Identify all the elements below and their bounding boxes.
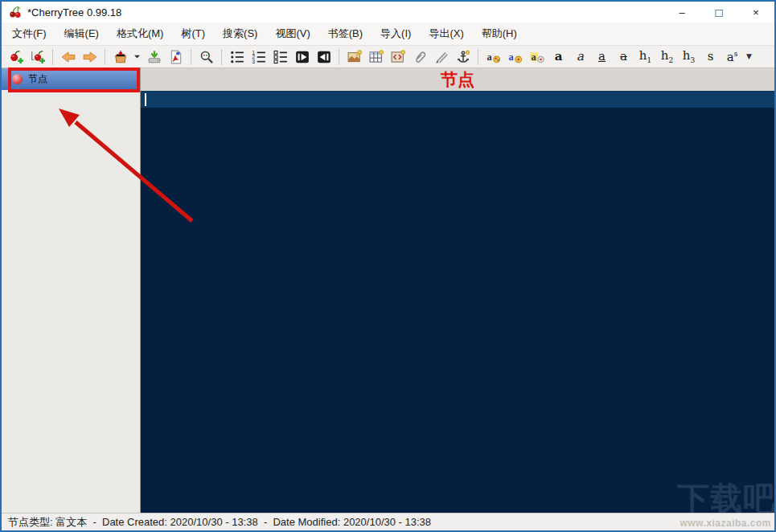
heading-3-button[interactable]: h3 <box>678 47 700 67</box>
save-icon <box>147 50 162 64</box>
remove-formatting-icon: a <box>530 50 544 64</box>
color-background-button[interactable]: a <box>504 47 526 67</box>
insert-codebox-icon <box>391 50 405 64</box>
node-title-header: 节点 <box>141 68 774 91</box>
editor-text-area[interactable]: 下载吧 <box>141 91 774 513</box>
toolbar-separator <box>221 49 222 65</box>
title-bar: *CherryTree 0.99.18 – □ × <box>2 2 774 23</box>
find-in-nodes-button[interactable] <box>195 47 217 67</box>
indent-decrease-icon <box>317 50 331 64</box>
insert-codebox-button[interactable] <box>387 47 409 67</box>
menu-item-help[interactable]: 帮助(H) <box>473 23 526 45</box>
open-file-icon <box>113 50 128 64</box>
heading-2-button[interactable]: h2 <box>656 47 678 67</box>
heading-1-button[interactable]: h1 <box>634 47 656 67</box>
main-content: 节点 节点 下载吧 <box>2 68 774 513</box>
toolbar-separator <box>339 49 339 65</box>
menu-item-file[interactable]: 文件(F) <box>3 23 55 45</box>
insert-anchor-button[interactable] <box>452 47 474 67</box>
bulleted-list-icon <box>230 50 244 64</box>
formatting-dropdown-button[interactable]: ▼ <box>743 47 755 67</box>
insert-table-icon <box>369 50 384 64</box>
heading-1-icon: h1 <box>639 50 651 64</box>
cherrytree-logo-icon <box>9 6 22 18</box>
italic-button[interactable]: a <box>569 47 591 67</box>
editor-area[interactable]: 节点 下载吧 <box>141 68 774 513</box>
color-background-icon: a <box>508 50 523 64</box>
heading-2-icon: h2 <box>661 50 673 64</box>
add-node-icon <box>9 50 23 64</box>
insert-link-icon <box>434 50 449 64</box>
todo-list-icon <box>273 50 288 64</box>
underline-button[interactable]: a <box>591 47 613 67</box>
small-text-button[interactable]: s <box>700 47 721 67</box>
superscript-icon: as <box>727 51 738 63</box>
add-subnode-icon <box>31 50 45 64</box>
svg-text:a: a <box>508 51 513 62</box>
recent-docs-dropdown-button[interactable] <box>131 47 143 67</box>
export-pdf-icon <box>169 50 183 64</box>
bold-icon: a <box>555 51 563 63</box>
strikethrough-icon: a <box>620 51 627 63</box>
insert-anchor-icon <box>456 50 470 64</box>
go-back-icon <box>61 50 76 64</box>
italic-icon: a <box>577 51 584 63</box>
menu-item-tree[interactable]: 树(T) <box>172 23 214 45</box>
remove-formatting-button[interactable]: a <box>526 47 548 67</box>
text-cursor <box>145 93 146 106</box>
watermark-text: 下载吧 <box>677 477 774 513</box>
insert-table-button[interactable] <box>365 47 387 67</box>
menu-item-search[interactable]: 搜索(S) <box>214 23 266 45</box>
add-node-button[interactable] <box>5 47 27 67</box>
insert-attachment-button[interactable] <box>409 47 430 67</box>
window-title: *CherryTree 0.99.18 <box>27 6 121 18</box>
heading-3-icon: h3 <box>683 50 695 64</box>
numbered-list-button[interactable]: 123 <box>248 47 269 67</box>
insert-image-icon <box>347 50 362 64</box>
color-foreground-icon: a <box>487 50 501 64</box>
insert-image-button[interactable] <box>343 47 365 67</box>
menu-item-import[interactable]: 导入(I) <box>372 23 420 45</box>
toolbar-separator <box>52 49 53 65</box>
toolbar-separator <box>478 49 478 65</box>
menu-item-bookmarks[interactable]: 书签(B) <box>319 23 372 45</box>
add-subnode-button[interactable] <box>27 47 48 67</box>
recent-docs-dropdown-icon <box>133 52 142 61</box>
toolbar: 123aaaaaaah1h2h3sas▼ <box>2 46 774 68</box>
bold-button[interactable]: a <box>548 47 569 67</box>
color-foreground-button[interactable]: a <box>482 47 504 67</box>
menu-item-view[interactable]: 视图(V) <box>266 23 318 45</box>
node-sphere-icon <box>12 74 23 84</box>
tree-node-selected[interactable]: 节点 <box>2 68 140 90</box>
svg-text:3: 3 <box>252 58 255 63</box>
menu-item-format[interactable]: 格式化(M) <box>108 23 173 45</box>
save-button[interactable] <box>143 47 165 67</box>
insert-attachment-icon <box>413 50 427 64</box>
minimize-button[interactable]: – <box>663 2 700 23</box>
go-back-button[interactable] <box>57 47 79 67</box>
status-bar: 节点类型: 富文本 - Date Created: 2020/10/30 - 1… <box>2 513 774 530</box>
numbered-list-icon: 123 <box>252 50 266 64</box>
menu-item-export[interactable]: 导出(X) <box>420 23 472 45</box>
indent-decrease-button[interactable] <box>313 47 335 67</box>
small-text-icon: s <box>708 51 714 63</box>
strikethrough-button[interactable]: a <box>613 47 634 67</box>
indent-increase-icon <box>295 50 310 64</box>
insert-link-button[interactable] <box>430 47 452 67</box>
indent-increase-button[interactable] <box>291 47 313 67</box>
menu-bar: 文件(F)编辑(E)格式化(M)树(T)搜索(S)视图(V)书签(B)导入(I)… <box>2 23 774 46</box>
todo-list-button[interactable] <box>269 47 291 67</box>
toolbar-separator <box>105 49 105 65</box>
node-title: 节点 <box>441 68 474 91</box>
maximize-button[interactable]: □ <box>700 2 737 23</box>
menu-item-edit[interactable]: 编辑(E) <box>55 23 108 45</box>
open-file-button[interactable] <box>109 47 131 67</box>
bulleted-list-button[interactable] <box>226 47 248 67</box>
close-button[interactable]: × <box>737 2 774 23</box>
tree-panel: 节点 <box>2 68 141 513</box>
toolbar-separator <box>191 49 191 65</box>
tree-node-label: 节点 <box>28 72 47 86</box>
go-forward-button[interactable] <box>79 47 101 67</box>
export-pdf-button[interactable] <box>165 47 187 67</box>
superscript-button[interactable]: as <box>721 47 743 67</box>
